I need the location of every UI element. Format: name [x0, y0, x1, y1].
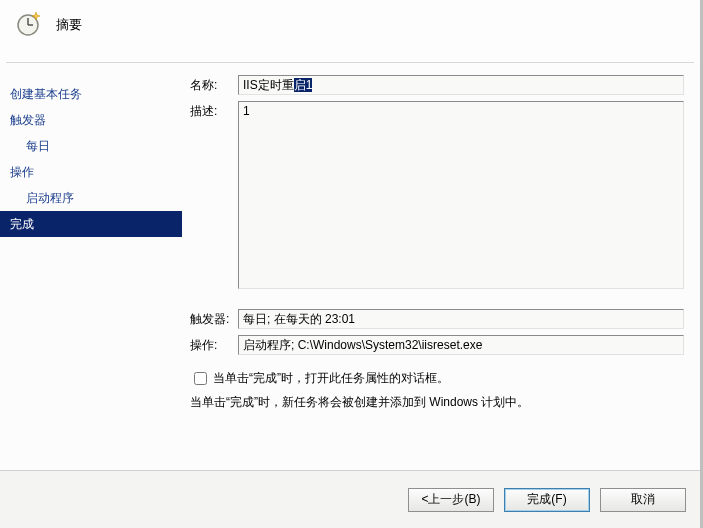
cancel-button[interactable]: 取消	[600, 488, 686, 512]
step-finish[interactable]: 完成	[0, 211, 182, 237]
name-value-selected: 启1	[294, 78, 313, 92]
row-name: 名称: IIS定时重启1	[190, 75, 684, 95]
clock-new-icon	[14, 10, 42, 38]
step-create-basic-task[interactable]: 创建基本任务	[0, 81, 182, 107]
dialog-footer: <上一步(B) 完成(F) 取消	[0, 470, 700, 528]
name-field[interactable]: IIS定时重启1	[238, 75, 684, 95]
row-trigger: 触发器: 每日; 在每天的 23:01	[190, 309, 684, 329]
step-start-program[interactable]: 启动程序	[0, 185, 182, 211]
row-description: 描述: 1	[190, 101, 684, 289]
dialog-title: 摘要	[56, 16, 82, 34]
action-label: 操作:	[190, 335, 238, 354]
dialog-header: 摘要	[0, 0, 700, 62]
description-label: 描述:	[190, 101, 238, 120]
action-field: 启动程序; C:\Windows\System32\iisreset.exe	[238, 335, 684, 355]
row-action: 操作: 启动程序; C:\Windows\System32\iisreset.e…	[190, 335, 684, 355]
step-daily[interactable]: 每日	[0, 133, 182, 159]
step-action[interactable]: 操作	[0, 159, 182, 185]
description-field[interactable]: 1	[238, 101, 684, 289]
summary-content: 名称: IIS定时重启1 描述: 1 触发器: 每日; 在每天的 23:01 操…	[182, 63, 700, 461]
back-button[interactable]: <上一步(B)	[408, 488, 494, 512]
step-trigger[interactable]: 触发器	[0, 107, 182, 133]
wizard-steps: 创建基本任务 触发器 每日 操作 启动程序 完成	[0, 63, 182, 461]
open-properties-checkbox[interactable]	[194, 372, 207, 385]
name-value-plain: IIS定时重	[243, 78, 294, 92]
trigger-field: 每日; 在每天的 23:01	[238, 309, 684, 329]
finish-note: 当单击“完成”时，新任务将会被创建并添加到 Windows 计划中。	[190, 394, 684, 411]
open-properties-label: 当单击“完成”时，打开此任务属性的对话框。	[213, 370, 449, 387]
trigger-label: 触发器:	[190, 309, 238, 328]
finish-button[interactable]: 完成(F)	[504, 488, 590, 512]
row-open-properties: 当单击“完成”时，打开此任务属性的对话框。	[190, 369, 684, 388]
name-label: 名称:	[190, 75, 238, 94]
dialog-body: 创建基本任务 触发器 每日 操作 启动程序 完成 名称: IIS定时重启1 描述…	[0, 63, 700, 461]
task-wizard-dialog: 摘要 创建基本任务 触发器 每日 操作 启动程序 完成 名称: IIS定时重启1…	[0, 0, 703, 528]
